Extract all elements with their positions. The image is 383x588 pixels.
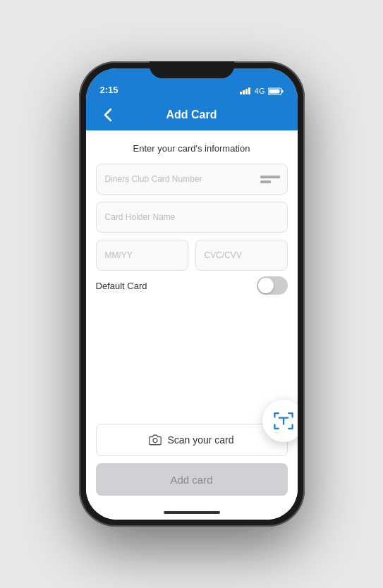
camera-icon (149, 434, 162, 446)
svg-rect-1 (281, 90, 283, 92)
app-header: Add Card (86, 99, 298, 130)
status-icons: 4G (240, 87, 284, 95)
add-card-label: Add card (170, 474, 212, 486)
spacer (86, 300, 298, 417)
svg-point-3 (153, 439, 157, 443)
home-indicator (86, 506, 298, 520)
svg-rect-2 (269, 89, 279, 93)
toggle-knob (258, 278, 274, 293)
card-holder-field[interactable] (96, 202, 288, 233)
card-number-input[interactable] (105, 174, 279, 184)
notch (150, 61, 234, 78)
home-bar (164, 511, 220, 514)
expiry-input[interactable] (105, 250, 179, 260)
content-area: Enter your card's information (86, 130, 298, 520)
phone-shell: 2:15 4G (79, 61, 305, 527)
header-title: Add Card (166, 109, 217, 121)
battery-icon (268, 87, 284, 95)
default-card-row: Default Card (86, 271, 298, 300)
signal-icon (240, 87, 250, 94)
add-card-button[interactable]: Add card (96, 463, 288, 496)
phone-screen: 2:15 4G (86, 68, 298, 520)
form-section (86, 164, 298, 271)
scan-label: Scan your card (167, 434, 233, 446)
default-card-toggle[interactable] (257, 276, 288, 295)
ocr-icon (271, 408, 296, 434)
cvc-input[interactable] (205, 250, 279, 260)
status-time: 2:15 (100, 85, 118, 95)
card-number-field[interactable] (96, 164, 288, 195)
card-holder-input[interactable] (105, 212, 279, 222)
default-card-label: Default Card (96, 281, 147, 291)
back-button[interactable] (97, 104, 118, 125)
expiry-cvc-row (96, 240, 288, 271)
network-label: 4G (255, 87, 265, 95)
form-subtitle: Enter your card's information (86, 130, 298, 164)
expiry-field[interactable] (96, 240, 188, 271)
card-icon (260, 173, 280, 185)
cvc-field[interactable] (195, 240, 288, 271)
scan-card-button[interactable]: Scan your card (96, 424, 288, 456)
